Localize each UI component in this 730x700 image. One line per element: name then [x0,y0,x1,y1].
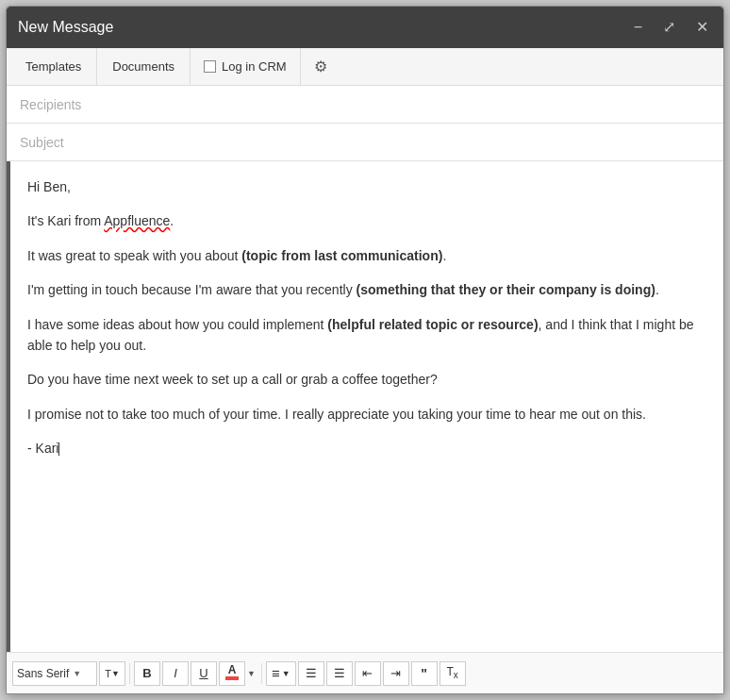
compose-window: New Message − ⤢ ✕ Templates Documents Lo… [6,6,724,694]
font-color-bar [225,676,239,680]
indent-decrease-icon: ⇤ [362,666,373,680]
body-area[interactable]: Hi Ben, It's Kari from Appfluence. It wa… [7,161,723,652]
clear-format-button[interactable]: Tx [440,661,466,686]
subject-row [7,124,723,161]
body-line-1: Hi Ben, [27,176,710,197]
underline-button[interactable]: U [191,661,217,686]
format-toolbar: Sans Serif ▼ T ▼ B I U A ▼ ≡ ▼ [7,652,723,693]
color-dropdown-arrow[interactable]: ▼ [247,669,256,678]
tab-documents[interactable]: Documents [97,48,191,85]
align-button[interactable]: ≡ ▼ [266,661,296,686]
body-bold-3: (helpful related topic or resource) [327,317,538,332]
recipients-row [7,86,723,124]
maximize-button[interactable]: ⤢ [659,18,679,37]
left-accent-bar [7,161,10,652]
body-bold-1: (topic from last communication) [241,248,442,263]
body-line-7: I promise not to take too much of your t… [27,404,710,425]
indent-increase-button[interactable]: ⇥ [383,661,409,686]
bullet-list-icon: ☰ [334,666,345,680]
body-line-3: It was great to speak with you about (to… [27,245,710,266]
tab-documents-label: Documents [112,59,174,74]
body-line-5: I have some ideas about how you could im… [27,314,710,357]
font-color-button[interactable]: A [219,661,245,686]
title-bar: New Message − ⤢ ✕ [7,7,723,48]
recipients-input[interactable] [20,97,710,112]
underline-icon: U [199,666,207,680]
body-line-4: I'm getting in touch because I'm aware t… [27,279,710,300]
title-bar-controls: − ⤢ ✕ [630,18,712,37]
numbered-list-icon: ☰ [306,666,317,680]
body-line-2: It's Kari from Appfluence. [27,210,710,231]
window-title: New Message [18,19,113,36]
gear-icon: ⚙ [314,58,327,75]
bold-button[interactable]: B [134,661,160,686]
quote-button[interactable]: " [411,661,438,686]
quote-icon: " [421,666,427,681]
italic-button[interactable]: I [162,661,189,686]
crm-label: Log in CRM [222,59,287,74]
body-line-8: - Kari [27,438,710,458]
font-size-icon: T [105,668,111,679]
minimize-button[interactable]: − [630,18,646,37]
tab-templates-label: Templates [25,59,81,74]
italic-icon: I [174,666,177,680]
top-toolbar: Templates Documents Log in CRM ⚙ [7,48,723,86]
body-content: Hi Ben, It's Kari from Appfluence. It wa… [20,176,710,459]
font-family-label: Sans Serif [17,667,69,680]
indent-increase-icon: ⇥ [390,666,401,680]
font-color-icon: A [228,664,237,676]
crm-checkbox[interactable] [204,60,216,73]
close-button[interactable]: ✕ [692,18,712,37]
font-family-arrow-icon: ▼ [73,669,81,678]
tab-templates[interactable]: Templates [10,48,97,85]
fmt-divider-2 [261,663,262,684]
numbered-list-button[interactable]: ☰ [298,661,324,686]
fmt-divider-1 [129,663,130,684]
text-cursor [58,442,59,456]
bold-icon: B [142,666,151,680]
gear-button[interactable]: ⚙ [301,48,340,85]
log-in-crm[interactable]: Log in CRM [191,48,301,85]
subject-input[interactable] [20,135,710,150]
indent-decrease-button[interactable]: ⇤ [355,661,381,686]
appfluence-text: Appfluence [104,213,170,228]
clear-format-icon: Tx [446,665,457,680]
font-size-button[interactable]: T ▼ [99,661,125,686]
body-line-6: Do you have time next week to set up a c… [27,369,710,390]
body-bold-2: (something that they or their company is… [357,282,655,297]
align-icon: ≡ [272,665,280,681]
align-arrow-icon: ▼ [282,669,290,678]
font-size-arrow-icon: ▼ [111,669,120,678]
bullet-list-button[interactable]: ☰ [326,661,353,686]
font-family-select[interactable]: Sans Serif ▼ [12,661,97,686]
